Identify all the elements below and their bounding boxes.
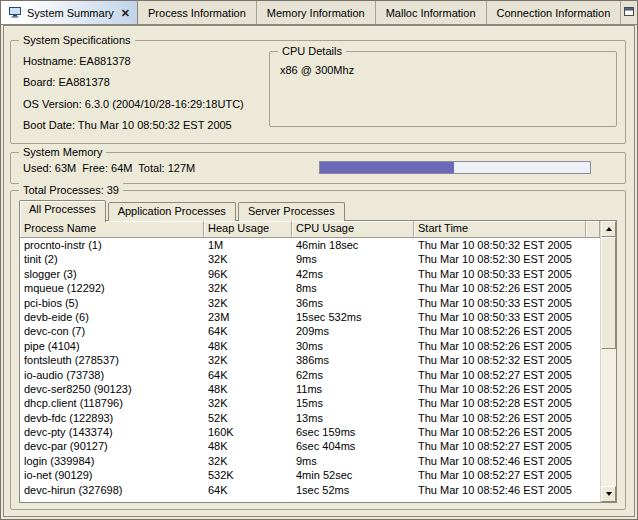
table-cell: 160K: [204, 425, 292, 439]
table-cell: 52K: [204, 411, 292, 425]
table-row[interactable]: tinit (2)32K9msThu Mar 10 08:52:30 EST 2…: [20, 252, 600, 266]
vertical-scrollbar[interactable]: [600, 221, 616, 502]
table-cell: 48K: [204, 339, 292, 353]
table-cell: Thu Mar 10 08:52:27 EST 2005: [414, 439, 586, 453]
table-row[interactable]: mqueue (12292)32K8msThu Mar 10 08:52:26 …: [20, 281, 600, 295]
table-cell: Thu Mar 10 08:50:32 EST 2005: [414, 238, 586, 252]
tab-label: Process Information: [148, 7, 246, 19]
table-cell: 32K: [204, 252, 292, 266]
table-cell: devb-eide (6): [20, 310, 204, 324]
tab-label: Memory Information: [267, 7, 365, 19]
table-row[interactable]: devc-ser8250 (90123)48K11msThu Mar 10 08…: [20, 382, 600, 396]
tab-process-information[interactable]: Process Information: [138, 1, 257, 24]
total-processes-group: Total Processes: 39 All Processes Applic…: [10, 190, 626, 510]
table-row[interactable]: io-audio (73738)64K62msThu Mar 10 08:52:…: [20, 368, 600, 382]
tab-connection-information[interactable]: Connection Information: [487, 1, 622, 24]
table-cell: [586, 396, 600, 410]
table-cell: [586, 468, 600, 482]
table-row[interactable]: login (339984)32K9msThu Mar 10 08:52:46 …: [20, 454, 600, 468]
table-cell: 9ms: [292, 454, 414, 468]
table-cell: [586, 324, 600, 338]
memory-usage-bar: [319, 161, 591, 174]
table-cell: 64K: [204, 368, 292, 382]
table-cell: login (339984): [20, 454, 204, 468]
table-row[interactable]: [20, 497, 600, 502]
process-table-header: Process Name Heap Usage CPU Usage Start …: [20, 221, 600, 238]
table-row[interactable]: procnto-instr (1)1M46min 18secThu Mar 10…: [20, 238, 600, 252]
column-header-cpu-usage[interactable]: CPU Usage: [292, 221, 414, 238]
table-row[interactable]: devc-par (90127)48K6sec 404msThu Mar 10 …: [20, 439, 600, 453]
tab-malloc-information[interactable]: Malloc Information: [376, 1, 487, 24]
cpu-details-text: x86 @ 300Mhz: [280, 64, 354, 76]
scrollbar-thumb[interactable]: [601, 237, 616, 349]
minimize-view-icon: [623, 6, 635, 19]
table-cell: [292, 497, 414, 502]
memory-bar-fill: [320, 162, 454, 173]
minimize-view-button[interactable]: [621, 1, 637, 24]
column-header-heap-usage[interactable]: Heap Usage: [204, 221, 292, 238]
tab-application-processes[interactable]: Application Processes: [108, 202, 236, 221]
table-row[interactable]: pipe (4104)48K30msThu Mar 10 08:52:26 ES…: [20, 339, 600, 353]
table-cell: 6sec 404ms: [292, 439, 414, 453]
system-summary-icon: [8, 5, 22, 21]
table-row[interactable]: devc-hirun (327698)64K1sec 52msThu Mar 1…: [20, 483, 600, 497]
table-cell: [20, 497, 204, 502]
column-header-start-time[interactable]: Start Time: [414, 221, 586, 238]
table-row[interactable]: pci-bios (5)32K36msThu Mar 10 08:50:33 E…: [20, 296, 600, 310]
table-cell: Thu Mar 10 08:52:27 EST 2005: [414, 468, 586, 482]
view-tab-bar: System Summary ✕ Process Information Mem…: [1, 1, 637, 25]
table-cell: devb-fdc (122893): [20, 411, 204, 425]
memory-summary-text: Used: 63M Free: 64M Total: 127M: [23, 162, 195, 174]
table-cell: 4min 52sec: [292, 468, 414, 482]
table-cell: [586, 238, 600, 252]
table-row[interactable]: devb-fdc (122893)52K13msThu Mar 10 08:52…: [20, 411, 600, 425]
group-title: System Memory: [19, 145, 106, 159]
table-cell: 48K: [204, 439, 292, 453]
column-header-process-name[interactable]: Process Name: [20, 221, 204, 238]
table-row[interactable]: fontsleuth (278537)32K386msThu Mar 10 08…: [20, 353, 600, 367]
table-cell: 15sec 532ms: [292, 310, 414, 324]
table-cell: Thu Mar 10 08:50:33 EST 2005: [414, 310, 586, 324]
table-cell: 32K: [204, 396, 292, 410]
table-cell: 23M: [204, 310, 292, 324]
boot-date-text: Boot Date: Thu Mar 10 08:50:32 EST 2005: [23, 119, 232, 131]
scroll-down-button[interactable]: [601, 486, 616, 502]
table-cell: [586, 310, 600, 324]
table-row[interactable]: io-net (90129)532K4min 52secThu Mar 10 0…: [20, 468, 600, 482]
system-specifications-group: System Specifications Hostname: EA881378…: [10, 40, 626, 144]
tab-system-summary[interactable]: System Summary ✕: [1, 1, 138, 24]
table-cell: pipe (4104): [20, 339, 204, 353]
table-row[interactable]: devb-eide (6)23M15sec 532msThu Mar 10 08…: [20, 310, 600, 324]
table-row[interactable]: devc-pty (143374)160K6sec 159msThu Mar 1…: [20, 425, 600, 439]
table-cell: 48K: [204, 382, 292, 396]
table-cell: Thu Mar 10 08:52:27 EST 2005: [414, 368, 586, 382]
close-icon[interactable]: ✕: [121, 8, 130, 18]
table-cell: 62ms: [292, 368, 414, 382]
table-cell: io-audio (73738): [20, 368, 204, 382]
table-cell: mqueue (12292): [20, 281, 204, 295]
table-cell: 209ms: [292, 324, 414, 338]
tab-all-processes[interactable]: All Processes: [19, 200, 106, 222]
tab-label: System Summary: [27, 7, 114, 19]
table-cell: 13ms: [292, 411, 414, 425]
table-cell: Thu Mar 10 08:52:26 EST 2005: [414, 281, 586, 295]
group-title: System Specifications: [19, 33, 135, 47]
table-cell: 6sec 159ms: [292, 425, 414, 439]
tab-server-processes[interactable]: Server Processes: [238, 202, 345, 221]
table-row[interactable]: devc-con (7)64K209msThu Mar 10 08:52:26 …: [20, 324, 600, 338]
tab-memory-information[interactable]: Memory Information: [257, 1, 376, 24]
table-cell: 30ms: [292, 339, 414, 353]
table-row[interactable]: slogger (3)96K42msThu Mar 10 08:50:33 ES…: [20, 267, 600, 281]
hostname-text: Hostname: EA881378: [23, 55, 131, 67]
scroll-up-button[interactable]: [601, 221, 616, 237]
table-cell: Thu Mar 10 08:50:33 EST 2005: [414, 267, 586, 281]
system-summary-content: System Specifications Hostname: EA881378…: [3, 25, 635, 517]
table-cell: 386ms: [292, 353, 414, 367]
table-cell: Thu Mar 10 08:52:26 EST 2005: [414, 324, 586, 338]
table-row[interactable]: dhcp.client (118796)32K15msThu Mar 10 08…: [20, 396, 600, 410]
process-table-body: procnto-instr (1)1M46min 18secThu Mar 10…: [20, 238, 600, 502]
table-cell: slogger (3): [20, 267, 204, 281]
table-cell: devc-hirun (327698): [20, 483, 204, 497]
table-cell: 64K: [204, 483, 292, 497]
tab-label: Application Processes: [118, 205, 226, 217]
